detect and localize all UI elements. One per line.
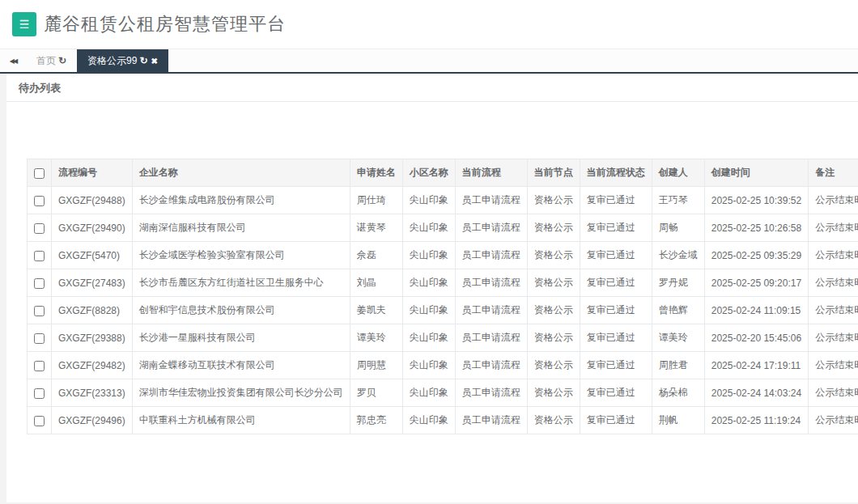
cell-node: 资格公示 xyxy=(527,187,580,214)
cell-creator: 周畅 xyxy=(652,214,704,242)
row-checkbox-cell xyxy=(28,324,52,352)
cell-remark: 公示结束时间：2025-03-04 11:37:47 xyxy=(809,352,858,379)
cell-process-id: GXGZF(29490) xyxy=(52,214,133,242)
header-applicant: 申请姓名 xyxy=(350,159,402,187)
cell-company: 创智和宇信息技术股份有限公司 xyxy=(132,297,350,324)
cell-creator: 王巧琴 xyxy=(652,187,704,214)
panel-title: 待办列表 xyxy=(6,74,858,102)
cell-status: 复审已通过 xyxy=(580,352,652,379)
tab-qualification-publicity[interactable]: 资格公示99 ↻ ✖ xyxy=(77,49,168,72)
cell-remark: 公示结束时间：2025-03-04 11:37:22 xyxy=(809,407,858,434)
cell-applicant: 周仕琦 xyxy=(350,187,402,214)
cell-community: 尖山印象 xyxy=(402,242,455,269)
cell-company: 中联重科土方机械有限公司 xyxy=(132,407,350,434)
cell-status: 复审已通过 xyxy=(580,297,652,324)
tab-bar: ◀◀ 首页 ↻ 资格公示99 ↻ ✖ xyxy=(0,49,858,74)
cell-process: 员工申请流程 xyxy=(455,407,527,434)
cell-created: 2025-02-20 15:45:06 xyxy=(704,324,808,352)
table-body: GXGZF(29488) 长沙金维集成电路股份有限公司 周仕琦 尖山印象 员工申… xyxy=(28,187,858,434)
cell-created: 2025-02-25 10:39:52 xyxy=(704,187,808,214)
cell-process: 员工申请流程 xyxy=(455,352,527,379)
cell-remark: 公示结束时间：2025-03-04 11:38:15 xyxy=(809,269,858,297)
cell-community: 尖山印象 xyxy=(402,187,455,214)
cell-community: 尖山印象 xyxy=(402,269,455,297)
cell-creator: 杨朵棉 xyxy=(652,379,704,407)
cell-status: 复审已通过 xyxy=(580,324,652,352)
cell-node: 资格公示 xyxy=(527,379,580,407)
cell-node: 资格公示 xyxy=(527,269,580,297)
cell-creator: 荆帆 xyxy=(652,407,704,434)
cell-process-id: GXGZF(29488) xyxy=(52,187,133,214)
table-row[interactable]: GXGZF(29482) 湖南金蝶移动互联技术有限公司 周明慧 尖山印象 员工申… xyxy=(28,352,858,379)
table-row[interactable]: GXGZF(29388) 长沙港一星服科技有限公司 谭美玲 尖山印象 员工申请流… xyxy=(28,324,858,352)
row-checkbox[interactable] xyxy=(34,196,45,206)
cell-applicant: 罗贝 xyxy=(350,379,402,407)
cell-company: 深圳市华佳宏物业投资集团有限公司长沙分公司 xyxy=(132,379,350,407)
header-process-id: 流程编号 xyxy=(52,159,133,187)
row-checkbox-cell xyxy=(28,214,52,242)
row-checkbox-cell xyxy=(28,407,52,434)
cell-creator: 长沙金域 xyxy=(652,242,704,269)
cell-process-id: GXGZF(8828) xyxy=(52,297,133,324)
table-row[interactable]: GXGZF(5470) 长沙金域医学检验实验室有限公司 佘磊 尖山印象 员工申请… xyxy=(28,242,858,269)
cell-company: 长沙市岳麓区东方红街道社区卫生服务中心 xyxy=(132,269,350,297)
table-row[interactable]: GXGZF(29496) 中联重科土方机械有限公司 郭忠亮 尖山印象 员工申请流… xyxy=(28,407,858,434)
row-checkbox[interactable] xyxy=(34,306,45,316)
row-checkbox-cell xyxy=(28,352,52,379)
cell-creator: 周胜君 xyxy=(652,352,704,379)
todo-panel: 待办列表 流程编号 企业名称 申请姓名 小区名称 当前流程 xyxy=(6,74,858,502)
row-checkbox[interactable] xyxy=(34,416,45,426)
refresh-icon[interactable]: ↻ xyxy=(58,55,66,66)
cell-created: 2025-02-24 11:09:15 xyxy=(704,297,808,324)
header-community: 小区名称 xyxy=(402,159,455,187)
cell-status: 复审已通过 xyxy=(580,407,652,434)
cell-creator: 曾艳辉 xyxy=(652,297,704,324)
row-checkbox[interactable] xyxy=(34,278,45,289)
todo-table: 流程编号 企业名称 申请姓名 小区名称 当前流程 当前节点 当前流程状态 创建人… xyxy=(27,159,858,434)
table-row[interactable]: GXGZF(29488) 长沙金维集成电路股份有限公司 周仕琦 尖山印象 员工申… xyxy=(28,187,858,214)
cell-process: 员工申请流程 xyxy=(455,297,527,324)
header-node: 当前节点 xyxy=(527,159,580,187)
chevrons-left-icon: ◀◀ xyxy=(10,57,16,65)
hamburger-menu-button[interactable]: ☰ xyxy=(12,12,36,36)
cell-community: 尖山印象 xyxy=(402,379,455,407)
cell-created: 2025-02-25 10:26:58 xyxy=(704,214,808,242)
row-checkbox-cell xyxy=(28,379,52,407)
refresh-icon[interactable]: ↻ xyxy=(139,55,147,66)
table-row[interactable]: GXGZF(27483) 长沙市岳麓区东方红街道社区卫生服务中心 刘晶 尖山印象… xyxy=(28,269,858,297)
row-checkbox-cell xyxy=(28,187,52,214)
header-status: 当前流程状态 xyxy=(580,159,652,187)
table-row[interactable]: GXGZF(23313) 深圳市华佳宏物业投资集团有限公司长沙分公司 罗贝 尖山… xyxy=(28,379,858,407)
cell-process: 员工申请流程 xyxy=(455,269,527,297)
cell-status: 复审已通过 xyxy=(580,269,652,297)
cell-community: 尖山印象 xyxy=(402,324,455,352)
cell-node: 资格公示 xyxy=(527,352,580,379)
cell-created: 2025-02-24 14:03:24 xyxy=(704,379,808,407)
cell-company: 长沙金维集成电路股份有限公司 xyxy=(132,187,350,214)
header-company: 企业名称 xyxy=(132,159,350,187)
tab-home[interactable]: 首页 ↻ xyxy=(26,49,77,72)
header-remark: 备注 xyxy=(809,159,858,187)
cell-remark: 公示结束时间：2025-03-04 11:38:30 xyxy=(809,214,858,242)
cell-created: 2025-02-24 17:19:11 xyxy=(704,352,808,379)
row-checkbox-cell xyxy=(28,242,52,269)
table-row[interactable]: GXGZF(8828) 创智和宇信息技术股份有限公司 姜凯夫 尖山印象 员工申请… xyxy=(28,297,858,324)
cell-node: 资格公示 xyxy=(527,242,580,269)
row-checkbox[interactable] xyxy=(34,251,45,261)
header-process: 当前流程 xyxy=(455,159,527,187)
table-row[interactable]: GXGZF(29490) 湖南深信服科技有限公司 谌黄琴 尖山印象 员工申请流程… xyxy=(28,214,858,242)
header-created: 创建时间 xyxy=(704,159,808,187)
row-checkbox[interactable] xyxy=(34,333,45,344)
select-all-checkbox[interactable] xyxy=(34,168,45,179)
app-title: 麓谷租赁公租房智慧管理平台 xyxy=(44,12,286,36)
close-icon[interactable]: ✖ xyxy=(151,57,157,66)
row-checkbox[interactable] xyxy=(34,223,45,234)
cell-company: 长沙港一星服科技有限公司 xyxy=(132,324,350,352)
cell-applicant: 谭美玲 xyxy=(350,324,402,352)
row-checkbox[interactable] xyxy=(34,388,45,399)
cell-remark: 公示结束时间：2025-03-04 11:38:22 xyxy=(809,242,858,269)
cell-created: 2025-02-25 09:35:29 xyxy=(704,242,808,269)
collapse-tabs-button[interactable]: ◀◀ xyxy=(0,49,26,72)
row-checkbox[interactable] xyxy=(34,361,45,371)
cell-created: 2025-02-25 11:19:24 xyxy=(704,407,808,434)
